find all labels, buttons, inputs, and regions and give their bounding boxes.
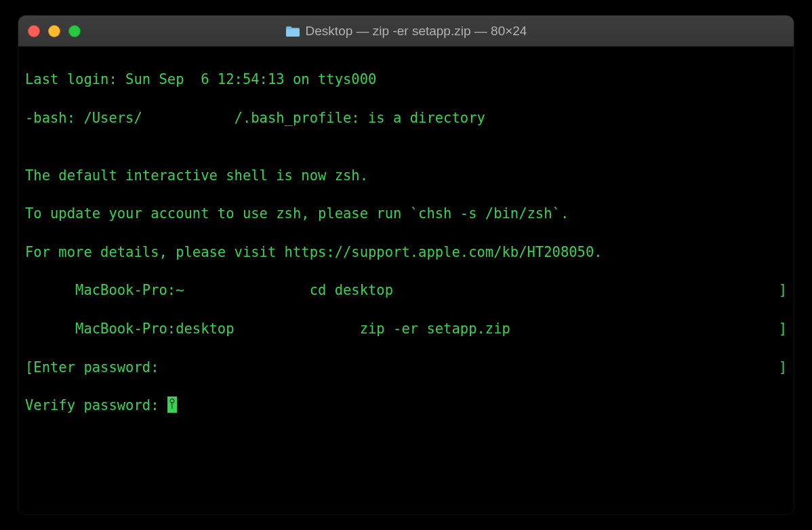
window-title-text: Desktop — zip -er setapp.zip — 80×24: [306, 24, 527, 39]
minimize-button[interactable]: [48, 25, 60, 37]
titlebar[interactable]: Desktop — zip -er setapp.zip — 80×24: [18, 16, 794, 47]
window-title: Desktop — zip -er setapp.zip — 80×24: [18, 24, 794, 39]
terminal-line: MacBook-Pro:~ cd desktop]: [25, 281, 787, 300]
folder-icon: [285, 25, 300, 37]
terminal-line: MacBook-Pro:desktop zip -er setapp.zip]: [25, 319, 787, 338]
terminal-window: Desktop — zip -er setapp.zip — 80×24 Las…: [18, 16, 794, 514]
terminal-line: [Enter password:]: [25, 358, 787, 377]
terminal-line: Last login: Sun Sep 6 12:54:13 on ttys00…: [25, 70, 787, 89]
terminal-line: For more details, please visit https://s…: [25, 243, 787, 262]
zoom-button[interactable]: [68, 25, 81, 37]
traffic-lights: [28, 25, 81, 37]
terminal-line: The default interactive shell is now zsh…: [25, 166, 787, 185]
terminal-line: Verify password:: [25, 396, 787, 415]
terminal-line: To update your account to use zsh, pleas…: [25, 204, 787, 223]
terminal-body[interactable]: Last login: Sun Sep 6 12:54:13 on ttys00…: [18, 47, 794, 514]
terminal-line: -bash: /Users/ /.bash_profile: is a dire…: [25, 108, 787, 127]
close-button[interactable]: [28, 25, 40, 37]
password-cursor-icon: [167, 396, 177, 413]
